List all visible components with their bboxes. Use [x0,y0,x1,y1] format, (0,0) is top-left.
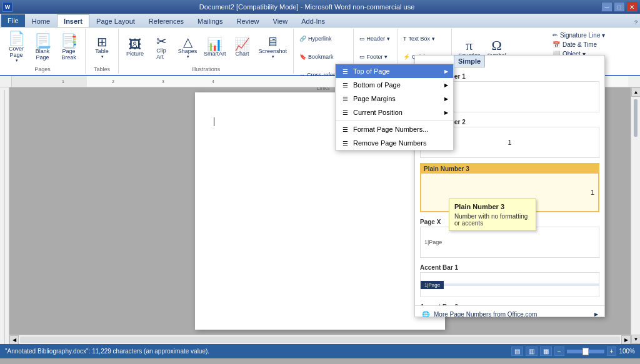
current-position-arrow: ▶ [444,110,448,116]
accent-bar-1-label: Accent Bar 1 [420,263,599,272]
header-button[interactable]: ▭ Header ▾ [358,30,392,47]
maximize-button[interactable]: □ [614,2,625,12]
page-margins-arrow: ▶ [444,96,448,102]
tab-references[interactable]: References [142,14,191,27]
tooltip-title: Plain Number 3 [454,203,531,210]
scroll-left-button[interactable]: ◀ [9,335,19,344]
signature-line-label: Signature Line ▾ [560,32,605,39]
more-page-numbers-arrow: ▶ [594,312,598,317]
tab-insert[interactable]: Insert [57,14,89,27]
tab-mailings[interactable]: Mailings [191,14,229,27]
tab-review[interactable]: Review [229,14,266,27]
table-button[interactable]: ⊞ Table ▾ [89,31,114,64]
zoom-slider[interactable] [567,350,604,353]
gallery-footer: 🌐 More Page Numbers from Office.com ▶ 💾 … [415,305,604,317]
top-of-page-label: Top of Page [353,67,390,75]
picture-label: Picture [126,51,144,57]
shapes-label: Shapes [178,48,198,54]
remove-page-numbers-label: Remove Page Numbers [353,139,426,147]
smartart-button[interactable]: 📊 SmartArt [201,31,229,64]
status-bar: "Annotated Bibliography.docx": 11,229 ch… [0,344,640,358]
screenshot-button[interactable]: 🖥 Screenshot ▾ [256,31,290,64]
page-number-dropdown: ☰ Top of Page ▶ ☰ Bottom of Page ▶ ☰ Pag… [335,64,454,150]
tables-group-label: Tables [94,65,110,72]
tab-addins[interactable]: Add-Ins [294,14,332,27]
help-button[interactable]: ? [632,18,640,27]
close-button[interactable]: ✕ [626,2,638,12]
format-page-numbers-label: Format Page Numbers... [353,125,428,133]
shapes-icon: △ [183,36,192,48]
zoom-thumb[interactable] [582,348,589,355]
date-time-button[interactable]: 📅 Date & Time [551,41,635,49]
shapes-button[interactable]: △ Shapes ▾ [175,31,200,64]
scroll-down-button[interactable]: ▼ [631,335,640,344]
menu-item-bottom-of-page[interactable]: ☰ Bottom of Page ▶ [336,78,453,92]
chart-icon: 📈 [234,38,250,51]
accent-bar-1-left: 1|Page [421,281,444,289]
more-page-numbers-button[interactable]: 🌐 More Page Numbers from Office.com ▶ [420,308,599,317]
textbox-button[interactable]: T Text Box ▾ [401,30,437,47]
more-page-numbers-icon: 🌐 [421,310,430,317]
blank-page-button[interactable]: 📃 BlankPage [30,31,55,64]
bottom-scrollbar[interactable]: ◀ ▶ [9,335,631,344]
gallery-item-accent-bar-1[interactable]: Accent Bar 1 1|Page [420,263,599,297]
pages-buttons: 📄 CoverPage ▾ 📃 BlankPage 📑 PageBreak [4,30,81,65]
cover-page-button[interactable]: 📄 CoverPage ▾ [4,31,29,64]
view-print-button[interactable]: ▤ [511,347,523,356]
screenshot-label: Screenshot [259,48,288,54]
signature-line-button[interactable]: ✏ Signature Line ▾ [551,31,635,39]
ribbon-group-illustrations: 🖼 Picture ✂ ClipArt △ Shapes ▾ 📊 SmartAr… [119,29,294,74]
bottom-of-page-arrow: ▶ [444,82,448,88]
view-full-button[interactable]: ▥ [526,347,538,356]
page-break-button[interactable]: 📑 PageBreak [56,31,81,64]
chart-button[interactable]: 📈 Chart [230,31,255,64]
plain-number-3-number: 1 [591,189,594,196]
status-text: "Annotated Bibliography.docx": 11,229 ch… [5,348,209,355]
cover-page-icon: 📄 [8,32,25,46]
hyperlink-label: Hyperlink [308,36,332,42]
menu-item-current-position[interactable]: ☰ Current Position ▶ [336,106,453,119]
picture-button[interactable]: 🖼 Picture [122,31,148,64]
scroll-up-button[interactable]: ▲ [631,87,640,97]
textbox-icon: T [403,36,407,42]
view-web-button[interactable]: ▦ [540,347,552,356]
page-margins-label: Page Margins [353,95,396,102]
menu-item-page-margins[interactable]: ☰ Page Margins ▶ [336,92,453,106]
title-controls[interactable]: ─ □ ✕ [601,2,638,12]
bookmark-label: Bookmark [308,54,334,60]
tab-view[interactable]: View [266,14,295,27]
illustrations-group-label: Illustrations [192,65,221,72]
tab-home[interactable]: Home [25,14,57,27]
clipart-button[interactable]: ✂ ClipArt [149,31,174,64]
hyperlink-button[interactable]: 🔗 Hyperlink [298,30,334,47]
ruler-mark-1: 1 [62,79,64,84]
right-scrollbar: ▲ ▼ [631,87,640,344]
header-icon: ▭ [359,36,365,42]
left-ruler [0,87,9,344]
blank-page-label: BlankPage [36,48,50,61]
menu-item-top-of-page[interactable]: ☰ Top of Page ▶ [336,64,453,78]
tab-file[interactable]: File [1,14,25,27]
ruler-mark-4: 4 [212,79,214,84]
symbol-icon: Ω [491,39,501,52]
table-label: Table [95,48,109,54]
title-left: W [2,2,12,12]
ribbon-group-pages: 📄 CoverPage ▾ 📃 BlankPage 📑 PageBreak Pa… [0,29,86,74]
top-of-page-icon: ☰ [341,67,349,76]
zoom-out-button[interactable]: − [554,347,564,356]
minimize-button[interactable]: ─ [601,2,612,12]
top-of-page-arrow: ▶ [444,69,448,74]
menu-item-format-page-numbers[interactable]: ☰ Format Page Numbers... [336,122,453,136]
blank-page-icon: 📃 [34,34,51,48]
menu-item-remove-page-numbers[interactable]: ☰ Remove Page Numbers [336,136,453,150]
zoom-in-button[interactable]: + [607,347,617,356]
horizontal-scroll-thumb[interactable] [20,337,620,343]
format-page-numbers-icon: ☰ [341,125,349,134]
tab-pagelayout[interactable]: Page Layout [89,14,142,27]
scroll-right-button[interactable]: ▶ [621,335,631,344]
clipart-label: ClipArt [156,47,166,60]
footer-button[interactable]: ▭ Footer ▾ [358,48,390,66]
vertical-scroll-thumb[interactable] [634,99,638,137]
bookmark-button[interactable]: 🔖 Bookmark [298,48,336,66]
screenshot-icon: 🖥 [266,36,279,48]
